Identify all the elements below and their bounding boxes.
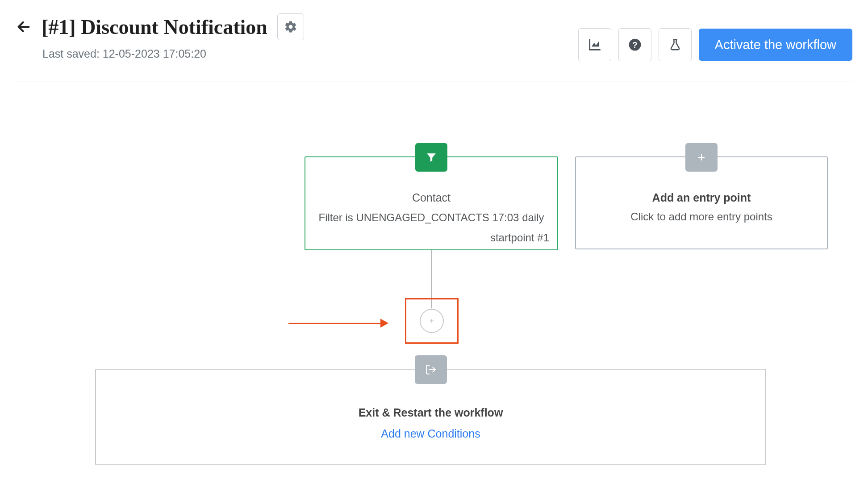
startpoint-node[interactable]: Contact Filter is UNENGAGED_CONTACTS 17:… (305, 156, 558, 250)
activate-workflow-button[interactable]: Activate the workflow (699, 29, 852, 61)
exit-badge (415, 355, 447, 384)
add-step-button[interactable] (420, 309, 444, 333)
last-saved-text: Last saved: 12-05-2023 17:05:20 (42, 47, 304, 60)
add-step-highlight (405, 298, 459, 344)
test-button[interactable] (659, 28, 692, 61)
filter-icon (426, 152, 437, 163)
startpoint-title: Contact (305, 191, 557, 204)
add-entry-title: Add an entry point (576, 191, 827, 204)
flask-icon (668, 38, 682, 51)
add-entry-subtitle: Click to add more entry points (576, 211, 827, 223)
plus-small-icon (428, 317, 435, 324)
gear-icon (284, 20, 297, 34)
exit-title: Exit & Restart the workflow (96, 406, 765, 419)
help-button[interactable]: ? (618, 28, 651, 61)
startpoint-tag: startpoint #1 (490, 232, 549, 244)
add-conditions-link[interactable]: Add new Conditions (96, 427, 765, 440)
workflow-canvas: Contact Filter is UNENGAGED_CONTACTS 17:… (0, 103, 868, 497)
help-icon: ? (628, 38, 642, 52)
back-button[interactable] (16, 19, 32, 35)
exit-restart-node[interactable]: Exit & Restart the workflow Add new Cond… (95, 369, 766, 465)
startpoint-badge (415, 143, 447, 172)
add-entry-badge (685, 143, 718, 172)
annotation-arrow (288, 319, 388, 328)
analytics-button[interactable] (578, 28, 611, 61)
page-title: [#1] Discount Notification (42, 15, 267, 39)
svg-text:?: ? (632, 40, 637, 50)
exit-icon (425, 364, 437, 375)
arrow-left-icon (16, 19, 31, 34)
add-entry-point-node[interactable]: Add an entry point Click to add more ent… (575, 156, 828, 249)
settings-button[interactable] (277, 13, 304, 40)
plus-icon (696, 152, 707, 163)
header-divider (16, 81, 852, 81)
area-chart-icon (587, 37, 602, 52)
startpoint-subtitle: Filter is UNENGAGED_CONTACTS 17:03 daily (305, 211, 557, 224)
